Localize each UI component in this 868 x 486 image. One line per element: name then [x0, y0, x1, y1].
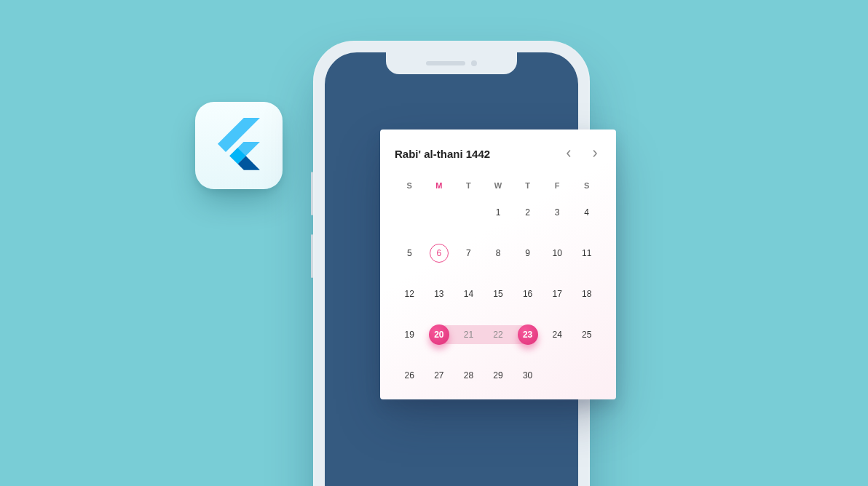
day-cell[interactable]: 26 [395, 364, 425, 386]
weekday-row: SMTWTFS [395, 177, 601, 194]
day-number: 16 [523, 289, 532, 299]
calendar-week-row: 19202122232425 [395, 324, 601, 346]
day-number: 25 [582, 330, 591, 340]
day-number: 23 [518, 324, 538, 345]
calendar-grid: 1234567891011121314151617181920212223242… [395, 202, 601, 386]
day-cell[interactable]: 11 [572, 242, 601, 264]
weekday-label: M [425, 177, 454, 194]
day-number: 9 [525, 248, 530, 258]
next-month-button[interactable] [588, 146, 601, 162]
flutter-logo-icon [213, 118, 265, 173]
day-number: 24 [552, 330, 561, 340]
calendar-week-row: 12131415161718 [395, 283, 601, 305]
day-number: 5 [407, 248, 412, 258]
calendar-nav [562, 146, 601, 162]
day-number: 22 [493, 330, 502, 340]
day-number: 20 [429, 324, 449, 345]
day-number: 17 [552, 289, 561, 299]
day-number: 12 [405, 289, 414, 299]
day-number: 18 [582, 289, 591, 299]
day-cell[interactable]: 24 [542, 324, 572, 346]
day-cell[interactable]: 30 [513, 364, 542, 386]
day-cell[interactable]: 19 [395, 324, 425, 346]
day-cell[interactable]: 29 [484, 364, 513, 386]
day-cell[interactable]: 28 [454, 364, 484, 386]
day-cell[interactable]: 7 [454, 242, 484, 264]
day-number: 1 [496, 207, 501, 218]
weekday-label: W [484, 177, 513, 194]
day-number: 7 [466, 248, 471, 258]
day-cell[interactable]: 17 [542, 283, 572, 305]
weekday-label: T [454, 177, 484, 194]
day-cell[interactable]: 6 [425, 242, 454, 264]
day-cell[interactable]: 20 [425, 324, 454, 346]
day-cell[interactable]: 1 [484, 202, 513, 223]
day-number: 10 [552, 248, 561, 258]
day-number: 29 [493, 370, 502, 381]
day-cell[interactable]: 12 [395, 283, 425, 305]
day-number: 21 [464, 330, 473, 340]
day-cell[interactable]: 27 [425, 364, 454, 386]
day-number: 11 [582, 248, 591, 258]
day-cell[interactable]: 3 [542, 202, 572, 223]
hijri-calendar-card: Rabi' al-thani 1442 SMTWTFS 123456789101… [380, 130, 616, 399]
day-number: 14 [464, 289, 473, 299]
prev-month-button[interactable] [562, 146, 575, 162]
day-number: 28 [464, 370, 473, 381]
day-cell[interactable]: 2 [513, 202, 542, 223]
day-number: 26 [405, 370, 414, 381]
day-number: 4 [584, 207, 589, 218]
day-cell[interactable]: 18 [572, 283, 601, 305]
day-number: 30 [523, 370, 532, 381]
day-number: 19 [405, 330, 414, 340]
day-cell[interactable]: 16 [513, 283, 542, 305]
calendar-week-row: 2627282930 [395, 364, 601, 386]
weekday-label: T [513, 177, 542, 194]
day-cell[interactable]: 23 [513, 324, 542, 346]
flutter-logo-tile [195, 102, 283, 189]
calendar-week-row: 1234 [395, 202, 601, 223]
day-number: 3 [555, 207, 560, 218]
calendar-week-row: 567891011 [395, 242, 601, 264]
chevron-left-icon [565, 148, 572, 159]
day-number: 27 [434, 370, 443, 381]
day-number: 6 [430, 244, 449, 263]
day-cell[interactable]: 22 [484, 324, 513, 346]
day-number: 13 [434, 289, 443, 299]
weekday-label: S [395, 177, 425, 194]
day-number: 8 [496, 248, 501, 258]
calendar-title: Rabi' al-thani 1442 [395, 148, 490, 160]
phone-notch [386, 52, 517, 74]
day-cell[interactable]: 21 [454, 324, 484, 346]
day-cell[interactable]: 13 [425, 283, 454, 305]
chevron-right-icon [591, 148, 599, 159]
day-cell[interactable]: 4 [572, 202, 601, 223]
weekday-label: F [542, 177, 572, 194]
weekday-label: S [572, 177, 601, 194]
day-cell[interactable]: 15 [484, 283, 513, 305]
day-number: 2 [525, 207, 530, 218]
day-cell[interactable]: 25 [572, 324, 601, 346]
day-number: 15 [493, 289, 502, 299]
day-cell[interactable]: 14 [454, 283, 484, 305]
day-cell[interactable]: 9 [513, 242, 542, 264]
day-cell[interactable]: 10 [542, 242, 572, 264]
calendar-header: Rabi' al-thani 1442 [395, 146, 601, 162]
day-cell[interactable]: 8 [484, 242, 513, 264]
day-cell[interactable]: 5 [395, 242, 425, 264]
